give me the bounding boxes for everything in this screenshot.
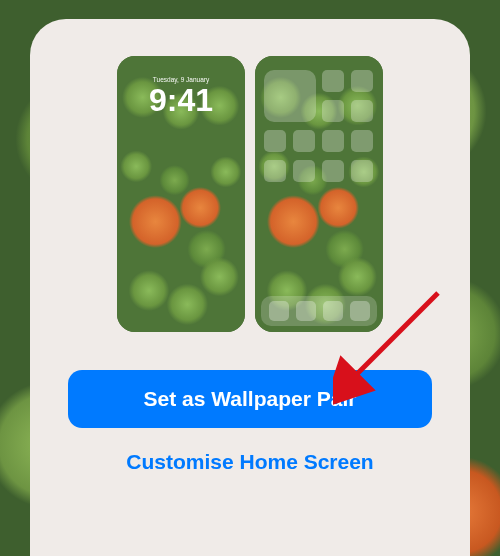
home-screen-grid (264, 70, 374, 182)
wallpaper-set-sheet: Tuesday, 9 January 9:41 (30, 19, 470, 556)
app-icon-placeholder (264, 130, 286, 152)
customise-home-screen-button[interactable]: Customise Home Screen (68, 428, 432, 496)
lock-screen-preview: Tuesday, 9 January 9:41 (117, 56, 245, 332)
app-icon-placeholder (351, 130, 373, 152)
wallpaper-previews: Tuesday, 9 January 9:41 (117, 56, 383, 332)
set-as-wallpaper-pair-button[interactable]: Set as Wallpaper Pair (68, 370, 432, 428)
home-screen-dock (261, 296, 377, 326)
home-widget-placeholder (264, 70, 316, 122)
app-icon-placeholder (322, 130, 344, 152)
dock-icon-placeholder (269, 301, 289, 321)
home-screen-preview (255, 56, 383, 332)
lock-screen-date: Tuesday, 9 January (117, 76, 245, 83)
app-icon-placeholder (322, 70, 344, 92)
app-icon-placeholder (293, 160, 315, 182)
app-icon-placeholder (293, 130, 315, 152)
app-icon-placeholder (351, 70, 373, 92)
dock-icon-placeholder (323, 301, 343, 321)
app-icon-placeholder (322, 160, 344, 182)
dock-icon-placeholder (296, 301, 316, 321)
app-icon-placeholder (264, 160, 286, 182)
lock-screen-content: Tuesday, 9 January 9:41 (117, 76, 245, 116)
app-icon-placeholder (351, 160, 373, 182)
app-icon-placeholder (351, 100, 373, 122)
app-icon-placeholder (322, 100, 344, 122)
dock-icon-placeholder (350, 301, 370, 321)
lock-screen-time: 9:41 (117, 84, 245, 116)
